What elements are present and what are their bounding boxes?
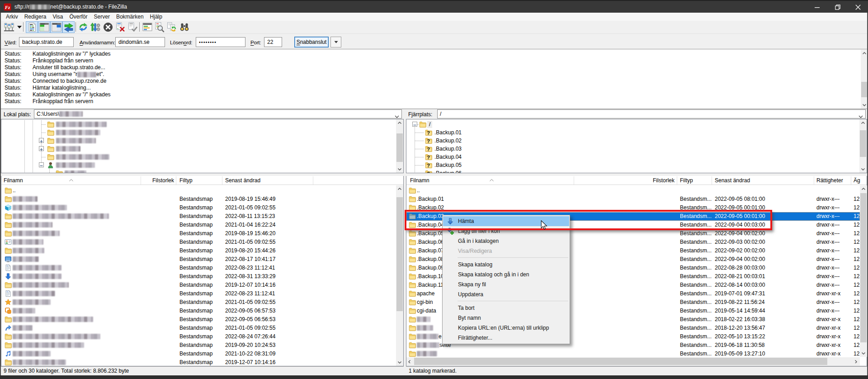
local-tree-item[interactable] (1, 169, 403, 173)
menu-hjlp[interactable]: Hjälp (147, 13, 165, 21)
scrollbar-thumb[interactable] (860, 193, 867, 342)
scrollbar-thumb[interactable] (861, 82, 868, 97)
column-separator[interactable] (677, 176, 677, 185)
disconnect-icon[interactable] (114, 22, 125, 33)
file-row-.Backup.01[interactable]: .Backup.01Bestandsm...2022-09-05 08:01:0… (406, 195, 860, 204)
restore-button[interactable] (827, 1, 848, 14)
local-tree-item[interactable] (1, 153, 403, 161)
menu-verfr[interactable]: Överför (66, 13, 91, 21)
file-row-..[interactable]: .. (1, 186, 396, 195)
column-header-filstorlek[interactable]: Filstorlek (641, 176, 675, 185)
file-row[interactable]: Bestandsmap2021-10-22 08:31:09 (1, 350, 396, 358)
toggle-transfer-queue-icon[interactable] (62, 21, 75, 33)
menu-server[interactable]: Server (91, 13, 113, 21)
remote-tree-item[interactable]: ?.Backup.05 (406, 161, 867, 169)
local-tree-item[interactable] (1, 161, 403, 169)
file-row[interactable]: Bestandsmap2022-08-31 13:33:29 (1, 272, 396, 281)
local-list-scrollbar[interactable] (396, 185, 403, 366)
synchronized-browsing-icon[interactable] (166, 22, 177, 33)
remote-tree-item[interactable]: ?.Backup.04 (406, 153, 867, 161)
column-header-rattigheter[interactable]: Rättigheter (816, 176, 843, 185)
context-menu-item[interactable]: Visa/Redigera (443, 246, 569, 256)
column-separator[interactable] (712, 176, 712, 185)
reconnect-icon[interactable] (127, 22, 137, 33)
remote-tree-pane[interactable]: /?.Backup.01?.Backup.02?.Backup.03?.Back… (406, 119, 867, 173)
scroll-up-button[interactable] (396, 119, 403, 127)
tree-expand-icon[interactable] (39, 138, 44, 143)
cancel-icon[interactable] (103, 22, 113, 33)
file-search-icon[interactable] (154, 22, 165, 33)
quickconnect-button[interactable]: Snabbanslut (294, 37, 329, 47)
file-row[interactable]: Bestandsmap2021-01-05 09:02:55 (1, 298, 396, 307)
column-header-filnamn[interactable]: Filnamn (410, 176, 429, 185)
file-row[interactable]: Bestandsmap2022-08-17 10:41:17 (1, 255, 396, 264)
local-tree-pane[interactable] (1, 119, 404, 173)
message-log[interactable]: Status:Kataloglistningen av "/" lyckades… (1, 50, 861, 109)
context-menu-item[interactable]: Skapa ny fil (443, 280, 569, 289)
close-button[interactable] (848, 1, 868, 14)
column-header-filtyp[interactable]: Filtyp (680, 176, 693, 185)
scroll-up-button[interactable] (859, 119, 867, 127)
toggle-message-log-icon[interactable] (26, 21, 38, 33)
tree-expand-icon[interactable] (39, 146, 44, 151)
remote-tree-scrollbar[interactable] (859, 119, 867, 173)
context-menu-item[interactable]: Skapa katalog (443, 260, 569, 270)
toggle-remote-tree-icon[interactable] (50, 21, 62, 33)
tree-collapse-icon[interactable] (412, 122, 417, 127)
column-separator[interactable] (574, 176, 574, 185)
file-row[interactable]: Bestandsmap2022-09-05 06:56:53 (1, 315, 396, 324)
local-tree-item[interactable] (1, 120, 403, 128)
password-input[interactable]: •••••••• (196, 37, 245, 47)
context-menu-item[interactable]: Gå in i katalogen (443, 236, 569, 246)
file-row[interactable]: Bestandsmap2019-08-20 15:44:26 (1, 246, 396, 255)
scroll-down-button[interactable] (396, 166, 403, 173)
scroll-left-button[interactable] (406, 358, 414, 365)
local-tree-item[interactable] (1, 137, 403, 145)
file-row[interactable]: Bestandsmap2022-08-24 07:26:44 (1, 332, 396, 341)
toggle-local-tree-icon[interactable] (38, 21, 50, 33)
column-separator[interactable] (176, 176, 176, 185)
file-row[interactable]: Bestandsmap2022-08-11 13:15:23 (1, 212, 396, 221)
directory-comparison-icon[interactable] (179, 22, 190, 33)
scrollbar-thumb[interactable] (860, 130, 866, 157)
column-header-filstorlek[interactable]: Filstorlek (141, 176, 174, 185)
combo-arrow-icon[interactable] (859, 113, 863, 119)
column-header-senast-andrad[interactable]: Senast ändrad (225, 176, 260, 185)
column-separator[interactable] (222, 176, 222, 185)
file-row[interactable]: Bestandsmap2022-08-23 11:12:41 (1, 264, 396, 272)
remote-list-scrollbar[interactable] (860, 185, 867, 357)
remote-tree-root[interactable]: / (406, 120, 867, 128)
scrollbar-thumb[interactable] (396, 133, 403, 162)
file-row[interactable]: Bestandsmap2021-01-05 09:02:55 (1, 204, 396, 212)
context-menu-item[interactable]: Kopiera URL:en (URL:erna) till urklipp (443, 323, 569, 333)
context-menu-item[interactable]: Uppdatera (443, 289, 569, 299)
file-row[interactable]: Bestandsmap2019-12-07 10:14:16 (1, 281, 396, 289)
file-row[interactable]: Bestandsmap2019-08-19 15:46:49 (1, 195, 396, 204)
column-header-agare-grupp[interactable]: Äg (854, 176, 860, 185)
file-row[interactable]: Bestandsmap2021-01-04 16:22:24 (1, 221, 396, 229)
column-header-senast-andrad[interactable]: Senast ändrad (715, 176, 750, 185)
port-input[interactable]: 22 (264, 37, 282, 47)
column-separator[interactable] (851, 176, 851, 185)
scroll-down-button[interactable] (860, 350, 867, 357)
column-separator[interactable] (141, 176, 141, 185)
quickconnect-dropdown-button[interactable] (330, 37, 341, 47)
process-queue-icon[interactable] (90, 22, 100, 33)
remote-tree-item[interactable]: ?.Backup.06 (406, 169, 867, 173)
file-row[interactable]: Bestandsmap2019-08-19 15:46:20 (1, 229, 396, 238)
scroll-down-button[interactable] (859, 166, 867, 173)
file-row[interactable]: Bestandsmap2021-01-05 09:02:55 (1, 324, 396, 332)
menu-bokmrken[interactable]: Bokmärken (113, 13, 147, 21)
refresh-icon[interactable] (78, 22, 89, 33)
file-row[interactable]: Bestandsmap2019-09-20 10:24:53 (1, 341, 396, 350)
scroll-up-button[interactable] (396, 185, 403, 193)
file-row[interactable]: Bestandsmap2019-12-07 10:14:16 (1, 358, 396, 366)
username-input[interactable]: dindomän.se (115, 37, 165, 47)
file-row[interactable]: Bestandsmap2022-09-05 06:57:53 (1, 307, 396, 315)
site-manager-dropdown-icon[interactable] (16, 22, 23, 33)
combo-arrow-icon[interactable] (395, 113, 399, 119)
scrollbar-thumb[interactable] (414, 358, 827, 365)
tree-collapse-icon[interactable] (39, 162, 44, 167)
remote-list-hscrollbar[interactable] (406, 357, 860, 365)
menu-visa[interactable]: Visa (49, 13, 66, 21)
